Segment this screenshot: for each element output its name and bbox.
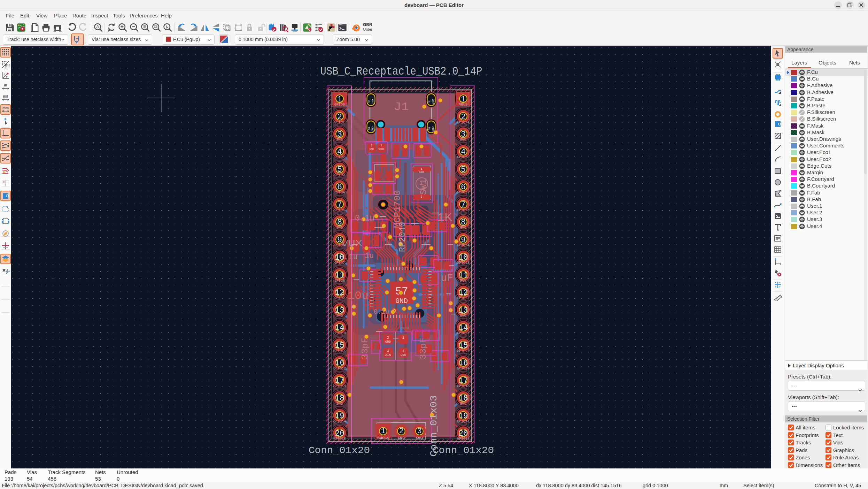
svg-text:GPIO0: GPIO0: [334, 103, 345, 107]
svg-text:33pF: 33pF: [418, 338, 428, 359]
svg-text:GPIO17: GPIO17: [457, 420, 470, 423]
svg-text:GND: GND: [460, 138, 466, 142]
svg-text:Conn_01x20: Conn_01x20: [433, 445, 494, 456]
svg-text:USB_C_Receptacle_USB2.0_14P: USB_C_Receptacle_USB2.0_14P: [320, 65, 482, 78]
svg-text:GPIO14: GPIO14: [333, 420, 346, 423]
svg-text:GPIO22: GPIO22: [457, 296, 470, 300]
svg-text:A: A: [96, 24, 99, 29]
svg-text:SW1: SW1: [418, 179, 429, 195]
svg-text:33pF: 33pF: [360, 338, 370, 359]
svg-text:GND: GND: [460, 402, 466, 406]
svg-text:GND: GND: [371, 99, 374, 105]
svg-text:GPIO27: GPIO27: [457, 191, 470, 194]
svg-text:GND: GND: [336, 402, 343, 406]
svg-text:GPIO13: GPIO13: [333, 384, 346, 388]
svg-text:GPIO10: GPIO10: [333, 331, 346, 335]
svg-text:RUN: RUN: [460, 279, 466, 283]
svg-text:S1: S1: [367, 127, 371, 130]
svg-text:S1: S1: [428, 99, 431, 103]
svg-text:2: 2: [387, 336, 389, 340]
svg-text:GPIO12: GPIO12: [333, 367, 346, 370]
svg-text:θ: θ: [6, 75, 8, 78]
svg-text:GND: GND: [460, 226, 466, 230]
svg-text:GND: GND: [370, 148, 374, 151]
svg-text:GPIO18: GPIO18: [457, 384, 470, 388]
svg-text:0.1u: 0.1u: [339, 252, 358, 262]
svg-text:2: 2: [371, 144, 372, 147]
svg-text:1u: 1u: [365, 252, 374, 260]
svg-text:GPIO29: GPIO29: [457, 121, 470, 124]
svg-text:10u: 10u: [348, 289, 369, 303]
svg-text:0.1u: 0.1u: [374, 308, 389, 316]
svg-text:1: 1: [381, 427, 385, 436]
svg-text:2: 2: [420, 195, 422, 199]
svg-text:S1: S1: [428, 127, 431, 130]
svg-text:GPIO8: GPIO8: [334, 279, 345, 283]
svg-text:GPIO23: GPIO23: [457, 261, 470, 265]
svg-text:S1: S1: [367, 99, 371, 103]
svg-text:2: 2: [399, 427, 403, 436]
svg-text:4: 4: [402, 349, 404, 353]
svg-text:1K: 1K: [437, 211, 452, 224]
svg-text:r: r: [4, 72, 5, 76]
svg-text:GPIO11: GPIO11: [333, 349, 346, 353]
svg-text:GND: GND: [401, 353, 406, 357]
svg-text:GPIO24: GPIO24: [457, 244, 470, 247]
svg-text:GND: GND: [431, 127, 434, 132]
svg-text:VUX: VUX: [341, 238, 363, 249]
svg-text:GPIO19: GPIO19: [457, 367, 470, 370]
svg-text:0.1u: 0.1u: [355, 213, 374, 223]
svg-text:GPIO5: GPIO5: [334, 208, 345, 212]
svg-text:GPIO1: GPIO1: [334, 121, 345, 124]
svg-text:1: 1: [380, 144, 382, 147]
svg-text:+3V3: +3V3: [459, 173, 467, 177]
svg-text:XIN: XIN: [385, 353, 391, 357]
svg-text:GPIO20: GPIO20: [457, 349, 470, 353]
svg-text:GPIO4: GPIO4: [334, 191, 345, 194]
svg-text:GND: GND: [419, 170, 424, 174]
svg-text:in: in: [4, 83, 7, 87]
svg-text:GND: GND: [395, 297, 408, 305]
svg-text:GND: GND: [431, 99, 434, 105]
svg-text:3: 3: [387, 349, 389, 353]
svg-text:GND: GND: [336, 226, 343, 230]
svg-text:RP2040: RP2040: [398, 222, 407, 252]
svg-text:GND: GND: [371, 127, 374, 132]
svg-text:GPIO26: GPIO26: [457, 208, 470, 212]
svg-text:VBUS: VBUS: [379, 148, 385, 151]
svg-text:mil: mil: [3, 94, 8, 98]
svg-text:J1: J1: [394, 100, 409, 114]
svg-text:GPIO21: GPIO21: [457, 331, 470, 335]
svg-text:GND: GND: [385, 340, 391, 344]
svg-text:GND: GND: [336, 314, 343, 318]
svg-text:GPIO28: GPIO28: [457, 155, 470, 159]
svg-text:GPIO9: GPIO9: [334, 296, 345, 300]
svg-text:uF: uF: [441, 272, 453, 284]
svg-text:GPIO2: GPIO2: [334, 155, 345, 159]
svg-text:1: 1: [402, 336, 404, 340]
svg-text:VBUS: VBUS: [459, 103, 467, 107]
svg-text:GND: GND: [460, 314, 466, 318]
svg-text:mm: mm: [2, 106, 9, 110]
svg-text:GND: GND: [336, 138, 343, 142]
svg-text:Conn_01x03: Conn_01x03: [429, 395, 439, 457]
svg-text:3: 3: [417, 427, 421, 436]
svg-text:GPIO3: GPIO3: [334, 173, 345, 177]
svg-text:Conn_01x20: Conn_01x20: [309, 445, 370, 456]
